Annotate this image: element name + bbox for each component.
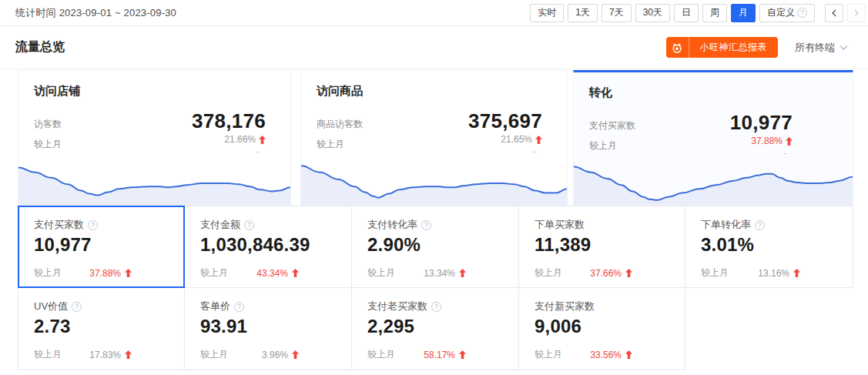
metric-cell-paid-old-buyers[interactable]: 支付老买家数? 2,295 较上月 58.17%: [352, 288, 519, 370]
terminal-dropdown[interactable]: 所有终端: [795, 41, 848, 55]
metric-change: 13.16%: [758, 268, 800, 279]
metric-cell-paid-new-buyers[interactable]: 支付新买家数 9,006 较上月 33.56%: [519, 288, 685, 370]
metric-cell-payment-amount[interactable]: 支付金额? 1,030,846.39 较上月 43.34%: [185, 206, 352, 288]
help-icon[interactable]: ?: [234, 302, 244, 312]
stat-time-label: 统计时间: [15, 7, 56, 18]
metric-change: 58.17%: [424, 350, 466, 360]
product-visitors-sparkline-chart: [301, 157, 567, 205]
metric-cell-order-conversion-rate[interactable]: 下单转化率? 3.01% 较上月 13.16%: [685, 206, 853, 288]
metric-grid: 支付买家数? 10,977 较上月 37.88% 支付金额? 1,030,846…: [18, 206, 868, 370]
range-button-1day[interactable]: 1天: [568, 4, 598, 22]
chevron-down-icon: [840, 45, 848, 51]
metric-label: 支付买家数: [34, 218, 84, 232]
chevron-left-icon: [830, 9, 838, 17]
metric-value: 375,697: [468, 111, 542, 132]
page-title: 流量总览: [15, 39, 65, 55]
up-arrow-icon: [292, 350, 299, 359]
range-button-day[interactable]: 日: [674, 4, 699, 22]
compare-label: 较上月: [34, 348, 62, 361]
metric-change: 21.66%: [224, 134, 256, 145]
metric-value: 10,977: [730, 112, 793, 133]
compare-label: 较上月: [701, 266, 729, 280]
terminal-dropdown-value: 所有终端: [795, 41, 835, 55]
card-visit-shop[interactable]: 访问店铺 访客数 较上月 378,176 21.66% -: [18, 70, 291, 206]
up-arrow-icon: [786, 137, 793, 146]
help-icon[interactable]: ?: [88, 220, 98, 230]
section-header: 流量总览 小旺神汇总报表 所有终端: [0, 26, 868, 69]
up-arrow-icon: [459, 350, 466, 359]
secondary-compare: -: [468, 146, 542, 157]
metric-label: 下单买家数: [535, 218, 585, 232]
mascot-icon: [666, 37, 689, 58]
range-button-realtime[interactable]: 实时: [530, 4, 564, 22]
metric-change: 17.83%: [89, 350, 132, 360]
metric-label: 客单价: [200, 300, 230, 313]
metric-cell-paid-buyers[interactable]: 支付买家数? 10,977 较上月 37.88%: [18, 206, 185, 288]
up-arrow-icon: [259, 136, 266, 144]
metric-change: 3.96%: [262, 350, 299, 360]
compare-label: 较上月: [200, 266, 228, 280]
overview-cards: 访问店铺 访客数 较上月 378,176 21.66% -: [18, 70, 853, 206]
card-visit-product[interactable]: 访问商品 商品访客数 较上月 375,697 21.65% -: [300, 70, 568, 206]
metric-cell-payment-conversion-rate[interactable]: 支付转化率? 2.90% 较上月 13.34%: [352, 206, 519, 288]
compare-label: 较上月: [317, 138, 363, 151]
up-arrow-icon: [125, 350, 132, 359]
up-arrow-icon: [793, 269, 800, 277]
metric-label: 支付老买家数: [367, 300, 427, 313]
paid-buyers-sparkline-chart: [574, 157, 853, 205]
metric-value: 10,977: [34, 234, 170, 256]
custom-label: 自定义: [767, 6, 795, 19]
help-icon[interactable]: ?: [244, 220, 254, 230]
next-period-button[interactable]: [847, 4, 866, 22]
date-filter-bar: 统计时间 2023-09-01 ~ 2023-09-30 实时 1天 7天 30…: [0, 0, 868, 26]
prev-period-button[interactable]: [825, 4, 843, 22]
stat-time: 统计时间 2023-09-01 ~ 2023-09-30: [15, 6, 176, 20]
compare-label: 较上月: [535, 266, 562, 280]
help-icon[interactable]: ?: [755, 220, 765, 230]
summary-report-button[interactable]: 小旺神汇总报表: [666, 37, 779, 58]
compare-label: 较上月: [34, 138, 62, 151]
metric-value: 2,295: [367, 316, 504, 337]
metric-label: UV价值: [34, 300, 68, 313]
metric-change: 13.34%: [424, 268, 466, 279]
range-button-custom[interactable]: 自定义 ?: [759, 4, 815, 22]
metric-value: 9,006: [535, 316, 671, 337]
range-button-week[interactable]: 周: [702, 4, 727, 22]
metric-value: 93.91: [200, 316, 337, 337]
card-conversion-selected[interactable]: 转化 支付买家数 较上月 10,977 37.88% -: [573, 70, 853, 206]
card-title: 访问店铺: [34, 84, 266, 99]
up-arrow-icon: [625, 269, 632, 277]
range-button-7day[interactable]: 7天: [602, 4, 632, 22]
compare-label: 较上月: [200, 348, 228, 361]
compare-label: 较上月: [34, 266, 62, 280]
card-title: 访问商品: [317, 84, 542, 99]
metric-value: 11,389: [535, 234, 671, 256]
range-button-group: 实时 1天 7天 30天 日 周 月 自定义 ?: [530, 4, 866, 22]
help-icon[interactable]: ?: [431, 302, 441, 312]
up-arrow-icon: [125, 269, 132, 277]
metric-cell-order-buyers[interactable]: 下单买家数 11,389 较上月 37.66%: [519, 206, 685, 288]
range-button-month[interactable]: 月: [731, 4, 756, 22]
help-icon[interactable]: ?: [72, 302, 82, 312]
metric-label: 商品访客数: [317, 118, 363, 131]
metric-cell-avg-order-value[interactable]: 客单价? 93.91 较上月 3.96%: [185, 288, 352, 370]
up-arrow-icon: [625, 350, 632, 359]
metric-value: 1,030,846.39: [200, 234, 337, 256]
help-icon[interactable]: ?: [421, 220, 431, 230]
metric-value: 2.90%: [367, 234, 504, 256]
compare-label: 较上月: [367, 266, 395, 280]
metric-label: 支付买家数: [589, 119, 635, 132]
up-arrow-icon: [535, 136, 542, 144]
metric-label: 支付新买家数: [535, 300, 595, 313]
metric-change: 33.56%: [590, 350, 632, 360]
chevron-right-icon: [853, 9, 860, 17]
metric-change: 37.88%: [89, 268, 132, 279]
metric-change: 21.65%: [501, 134, 532, 145]
metric-value: 2.73: [34, 316, 170, 337]
metric-label: 支付金额: [200, 218, 240, 232]
metric-label: 访客数: [34, 118, 62, 131]
up-arrow-icon: [459, 269, 466, 277]
summary-report-label: 小旺神汇总报表: [689, 41, 779, 54]
range-button-30day[interactable]: 30天: [635, 4, 670, 22]
metric-cell-uv-value[interactable]: UV价值? 2.73 较上月 17.83%: [18, 288, 185, 370]
